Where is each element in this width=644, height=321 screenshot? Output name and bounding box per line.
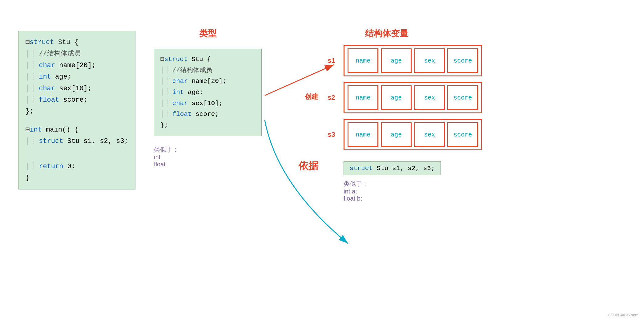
mid-line-6: │┊ float score; xyxy=(160,109,255,120)
mid-line-5: │┊ char sex[10]; xyxy=(160,98,255,109)
s1-age-box: age xyxy=(381,48,412,73)
left-line-8: ⊟int main() { xyxy=(26,124,128,136)
left-blank3 xyxy=(26,154,128,161)
middle-section: 类型 ⊟struct Stu { │┊ //结构体成员 │┊ char name… xyxy=(154,28,262,168)
similar-label-middle: 类似于： int float xyxy=(154,145,179,168)
right-area: 结构体变量 创建 依据 s1 name age sex xyxy=(280,28,493,202)
left-line-4: │┊ int age; xyxy=(26,71,128,83)
left-code-block: ⊟struct Stu { │┊ //结构体成员 │┊ char name[20… xyxy=(18,31,135,189)
s3-sex-box: sex xyxy=(414,122,445,147)
s2-name-box: name xyxy=(348,85,378,110)
bottom-section: struct Stu s1, s2, s3; 类似于： int a; float… xyxy=(344,161,493,202)
s3-outer-box: name age sex score xyxy=(344,119,482,150)
s3-age-box: age xyxy=(381,122,412,147)
bottom-code-box: struct Stu s1, s2, s3; xyxy=(344,161,441,175)
struct-row-s1: s1 name age sex score xyxy=(328,45,493,76)
struct-row-s2: s2 name age sex score xyxy=(328,82,493,113)
arrow-labels: 创建 依据 xyxy=(280,45,318,202)
middle-code-block: ⊟struct Stu { │┊ //结构体成员 │┊ char name[20… xyxy=(154,49,262,136)
struct-rows: s1 name age sex score s2 name age sex xyxy=(328,45,493,202)
watermark: CSDN @CS sem xyxy=(608,313,638,317)
type-label: 类型 xyxy=(154,28,262,39)
mid-line-3: │┊ char name[20]; xyxy=(160,76,255,87)
mid-line-4: │┊ int age; xyxy=(160,87,255,98)
left-line-11: } xyxy=(26,172,128,184)
struct-row-s3: s3 name age sex score xyxy=(328,119,493,150)
s1-sex-box: sex xyxy=(414,48,445,73)
s1-outer-box: name age sex score xyxy=(344,45,482,76)
left-line-1: ⊟struct Stu { xyxy=(26,37,128,48)
left-line-10: │┊ return 0; xyxy=(26,161,128,172)
s2-score-box: score xyxy=(447,85,478,110)
s2-label: s2 xyxy=(328,94,337,102)
s2-age-box: age xyxy=(381,85,412,110)
bottom-similar: 类似于： int a; float b; xyxy=(344,180,493,202)
mid-line-2: │┊ //结构体成员 xyxy=(160,65,255,76)
left-line-5: │┊ char sex[10]; xyxy=(26,83,128,94)
left-line-3: │┊ char name[20]; xyxy=(26,60,128,71)
left-blank2 xyxy=(26,147,128,154)
left-line-7: }; xyxy=(26,106,128,117)
right-content: 创建 依据 s1 name age sex score xyxy=(280,45,493,202)
create-arrow-label: 创建 xyxy=(305,80,318,114)
left-line-2: │┊ //结构体成员 xyxy=(26,48,128,59)
s3-score-box: score xyxy=(447,122,478,147)
left-line-9: │┊ struct Stu s1, s2, s3; xyxy=(26,136,128,147)
s1-score-box: score xyxy=(447,48,478,73)
basis-arrow-label: 依据 xyxy=(299,146,318,186)
s3-name-box: name xyxy=(348,122,378,147)
left-line-6: │┊ float score; xyxy=(26,94,128,106)
s1-label: s1 xyxy=(328,57,337,65)
left-blank xyxy=(26,117,128,124)
mid-line-7: }; xyxy=(160,120,255,131)
s2-outer-box: name age sex score xyxy=(344,82,482,113)
minus-icon-1: ⊟ xyxy=(26,39,30,46)
main-container: ⊟struct Stu { │┊ //结构体成员 │┊ char name[20… xyxy=(0,0,644,214)
s3-label: s3 xyxy=(328,131,337,139)
s2-sex-box: sex xyxy=(414,85,445,110)
mid-line-1: ⊟struct Stu { xyxy=(160,54,255,65)
struct-var-title: 结构体变量 xyxy=(280,28,493,39)
s1-name-box: name xyxy=(348,48,378,73)
